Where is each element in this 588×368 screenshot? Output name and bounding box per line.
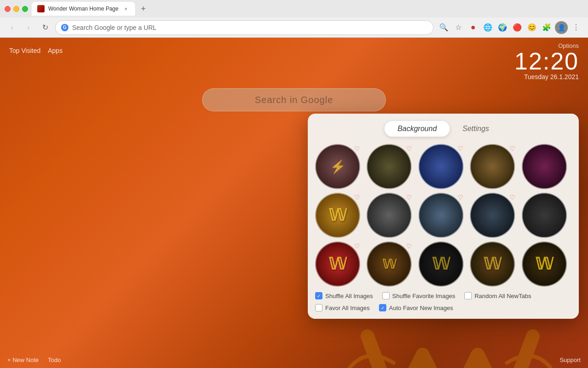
- back-button[interactable]: ‹: [6, 21, 18, 34]
- menu-icon[interactable]: ⋮: [570, 21, 582, 34]
- checkbox-icon[interactable]: ✓: [315, 292, 322, 299]
- user-icon[interactable]: 😊: [526, 21, 538, 34]
- date-display: Tuesday 26.1.2021: [514, 73, 579, 80]
- list-item[interactable]: ♡: [470, 144, 518, 189]
- list-item[interactable]: [522, 193, 570, 238]
- shuffle-favorite-images-checkbox[interactable]: Shuffle Favorite Images: [382, 292, 455, 299]
- images-grid: ♡ ⚡ ♡ ♡ ♡: [315, 144, 571, 287]
- auto-favor-new-images-checkbox[interactable]: ✓ Auto Favor New Images: [379, 304, 453, 311]
- extensions-icon[interactable]: 🧩: [540, 21, 553, 34]
- favor-all-label: Favor All Images: [325, 305, 370, 311]
- list-item[interactable]: ♡: [418, 144, 466, 189]
- ww-logo-overlay: 𝕎: [316, 242, 359, 286]
- title-bar: Wonder Woman Home Page × +: [0, 0, 588, 17]
- image-circle: 𝕎: [315, 242, 360, 287]
- toolbar-icons: 🔍 ☆ ● 🌐 🌍 🔴 😊 🧩 👤 ⋮: [437, 21, 582, 34]
- heart-icon[interactable]: ♡: [509, 194, 515, 201]
- tab-title: Wonder Woman Home Page: [48, 6, 119, 12]
- image-circle: [418, 193, 464, 238]
- translate-icon[interactable]: 🌍: [496, 21, 509, 34]
- image-circle: [367, 144, 412, 189]
- clock-display: 12:20: [514, 49, 579, 73]
- tab-bar: Wonder Woman Home Page × +: [32, 2, 583, 16]
- image-circle: [470, 144, 515, 189]
- forward-button[interactable]: ›: [22, 21, 35, 34]
- checkbox-icon[interactable]: [382, 292, 390, 299]
- heart-icon[interactable]: ♡: [354, 242, 360, 250]
- google-logo-icon: G: [61, 24, 68, 31]
- checkbox-icon[interactable]: [315, 304, 322, 311]
- address-text: Search Google or type a URL: [72, 24, 157, 31]
- list-item[interactable]: 𝕎: [522, 242, 570, 287]
- bookmark-icon[interactable]: ☆: [452, 21, 465, 34]
- list-item[interactable]: 𝕎: [418, 242, 466, 287]
- image-circle: [522, 144, 567, 189]
- list-item[interactable]: ♡: [470, 193, 518, 238]
- list-item[interactable]: ♡: [418, 193, 466, 238]
- reload-button[interactable]: ↻: [39, 21, 51, 34]
- random-all-newtabs-checkbox[interactable]: Random All NewTabs: [464, 292, 531, 299]
- checkboxes-section: ✓ Shuffle All Images Shuffle Favorite Im…: [315, 292, 571, 311]
- favor-all-images-checkbox[interactable]: Favor All Images: [315, 304, 370, 311]
- list-item[interactable]: ♡: [367, 193, 414, 238]
- opera-icon[interactable]: ●: [467, 21, 480, 34]
- list-item[interactable]: ♡ 𝕎: [315, 242, 363, 287]
- list-item[interactable]: ♡ ⚡: [315, 144, 363, 189]
- image-circle: 𝕎: [315, 193, 360, 238]
- list-item[interactable]: ♡ 𝕎: [315, 193, 363, 238]
- todo-link[interactable]: Todo: [48, 356, 61, 363]
- image-circle: 𝕎: [367, 242, 412, 287]
- extension-red-icon[interactable]: 🔴: [511, 21, 524, 34]
- list-item[interactable]: ♡ 𝕎: [367, 242, 414, 287]
- heart-icon[interactable]: ♡: [509, 145, 515, 152]
- new-note-link[interactable]: + New Note: [7, 356, 39, 363]
- background-panel: Background Settings ♡ ⚡ ♡: [308, 114, 579, 319]
- heart-icon[interactable]: ♡: [406, 145, 412, 152]
- search-bar[interactable]: Search in Google: [202, 88, 386, 111]
- new-tab-button[interactable]: +: [137, 2, 150, 15]
- shuffle-all-label: Shuffle All Images: [325, 293, 373, 299]
- image-circle: 𝕎: [522, 242, 567, 287]
- heart-icon[interactable]: ♡: [458, 194, 464, 201]
- shuffle-all-images-checkbox[interactable]: ✓ Shuffle All Images: [315, 292, 373, 299]
- list-item[interactable]: ♡: [367, 144, 414, 189]
- ww-logo-overlay: 𝕎: [368, 242, 411, 286]
- list-item[interactable]: 𝕎: [470, 242, 518, 287]
- page-nav: Top Visited Apps: [9, 47, 62, 54]
- auto-favor-label: Auto Favor New Images: [389, 305, 453, 311]
- heart-icon[interactable]: ♡: [406, 242, 412, 250]
- heart-icon[interactable]: ♡: [354, 145, 360, 152]
- tab-close-button[interactable]: ×: [122, 5, 130, 12]
- bottom-left-links: + New Note Todo: [7, 356, 61, 363]
- image-circle: [367, 193, 412, 238]
- ww-logo-overlay: 𝕎: [316, 194, 359, 237]
- toolbar: ‹ › ↻ G Search Google or type a URL 🔍 ☆ …: [0, 17, 588, 38]
- search-icon[interactable]: 🔍: [437, 21, 450, 34]
- checkbox-icon[interactable]: ✓: [379, 304, 386, 311]
- vpn-icon[interactable]: 🌐: [481, 21, 494, 34]
- page-content: Top Visited Apps Options 12:20 Tuesday 2…: [0, 38, 588, 368]
- image-circle: [522, 193, 567, 238]
- minimize-button[interactable]: [13, 6, 19, 12]
- address-bar[interactable]: G Search Google or type a URL: [55, 20, 434, 35]
- clock-section: Options 12:20 Tuesday 26.1.2021: [514, 42, 579, 80]
- heart-icon[interactable]: ♡: [458, 145, 464, 152]
- tab-settings[interactable]: Settings: [450, 121, 502, 137]
- tab-background[interactable]: Background: [384, 121, 449, 137]
- maximize-button[interactable]: [22, 6, 28, 12]
- checkbox-icon[interactable]: [464, 292, 472, 299]
- support-link[interactable]: Support: [560, 356, 581, 363]
- browser-frame: Wonder Woman Home Page × + ‹ › ↻ G Searc…: [0, 0, 588, 368]
- traffic-lights: [5, 6, 28, 12]
- shuffle-fav-label: Shuffle Favorite Images: [392, 293, 455, 299]
- apps-link[interactable]: Apps: [48, 47, 62, 54]
- heart-icon[interactable]: ♡: [406, 194, 412, 201]
- heart-icon[interactable]: ♡: [354, 194, 360, 201]
- bottom-bar: + New Note Todo Support: [0, 351, 588, 368]
- search-text: Search in Google: [255, 95, 334, 105]
- top-visited-link[interactable]: Top Visited: [9, 47, 40, 54]
- profile-icon[interactable]: 👤: [555, 21, 568, 34]
- close-button[interactable]: [5, 6, 11, 12]
- active-tab[interactable]: Wonder Woman Home Page ×: [32, 2, 135, 16]
- list-item[interactable]: [522, 144, 570, 189]
